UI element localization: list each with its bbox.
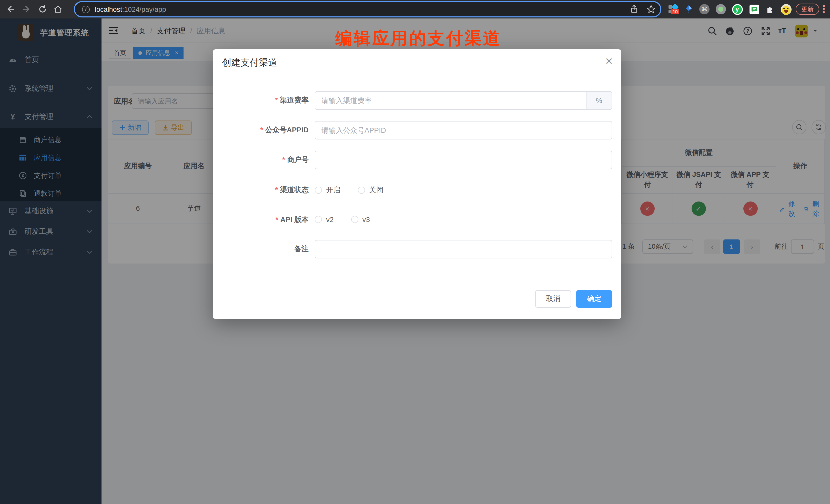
extension-command-icon[interactable]: ⌘ <box>698 3 710 15</box>
create-pay-channel-dialog: 创建支付渠道 ✕ *渠道费率 % *公众号APPID *商户号 *渠道状态 开启… <box>213 49 621 319</box>
field-label-merchant-id: *商户号 <box>228 155 309 165</box>
cancel-button[interactable]: 取消 <box>535 290 571 308</box>
profile-emoji-icon[interactable] <box>780 3 792 15</box>
field-label-channel-status: *渠道状态 <box>228 186 309 195</box>
radio-circle-icon <box>315 187 322 194</box>
field-label-api-version: *API 版本 <box>228 215 309 225</box>
browser-update-button[interactable]: 更新 <box>796 4 819 15</box>
field-label-appid: *公众号APPID <box>228 126 309 135</box>
browser-menu-icon[interactable] <box>823 4 825 14</box>
radio-option-v2[interactable]: v2 <box>315 215 334 224</box>
extension-chat-icon[interactable] <box>748 3 760 15</box>
browser-home-icon[interactable] <box>53 5 63 14</box>
bookmark-star-icon[interactable] <box>646 5 656 14</box>
rate-percent-suffix: % <box>586 91 612 110</box>
site-info-icon[interactable]: i <box>82 5 90 13</box>
screen: i localhost:1024/pay/app 10 ⌘ y <box>0 0 830 504</box>
radio-circle-icon <box>315 216 322 223</box>
confirm-button[interactable]: 确定 <box>576 290 612 308</box>
browser-back-icon[interactable] <box>6 5 15 14</box>
merchant-id-input[interactable] <box>315 151 612 169</box>
dialog-title: 创建支付渠道 <box>222 56 277 69</box>
channel-rate-input[interactable] <box>315 91 612 110</box>
channel-status-radio-group: 开启 关闭 <box>315 186 383 195</box>
radio-option-v3[interactable]: v3 <box>351 215 370 224</box>
extension-tabs-icon[interactable]: 10 <box>667 3 679 15</box>
extension-badge: 10 <box>671 9 679 14</box>
radio-option-enable[interactable]: 开启 <box>315 186 341 195</box>
radio-option-disable[interactable]: 关闭 <box>358 186 383 195</box>
browser-forward-icon[interactable] <box>22 5 31 14</box>
field-label-remark: 备注 <box>228 245 309 254</box>
browser-reload-icon[interactable] <box>38 5 47 14</box>
share-icon[interactable] <box>630 5 639 14</box>
task-annotation-text: 编辑应用的支付渠道 <box>335 27 501 50</box>
address-bar[interactable]: i localhost:1024/pay/app <box>75 2 660 17</box>
extension-y-icon[interactable]: y <box>731 3 743 15</box>
url-text: localhost:1024/pay/app <box>95 5 166 13</box>
extension-record-icon[interactable] <box>715 3 727 15</box>
remark-input[interactable] <box>315 240 612 258</box>
official-account-appid-input[interactable] <box>315 121 612 139</box>
api-version-radio-group: v2 v3 <box>315 215 370 224</box>
dialog-close-icon[interactable]: ✕ <box>604 56 614 67</box>
field-label-rate: *渠道费率 <box>228 96 309 105</box>
extension-kite-icon[interactable] <box>682 3 695 15</box>
radio-circle-icon <box>351 216 358 223</box>
browser-toolbar: i localhost:1024/pay/app 10 ⌘ y <box>0 0 830 19</box>
radio-circle-icon <box>358 187 365 194</box>
extensions-puzzle-icon[interactable] <box>764 3 776 15</box>
